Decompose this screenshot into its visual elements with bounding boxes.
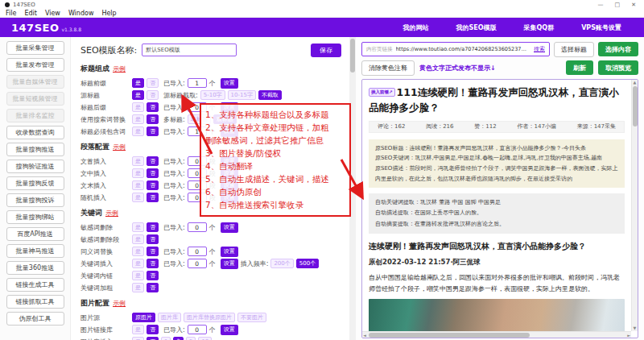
scroll-right-icon[interactable]: ► (627, 332, 630, 338)
pick-content-button[interactable]: 选择内容 (598, 42, 638, 56)
yes-toggle[interactable]: 是 (132, 271, 144, 280)
option-1[interactable]: 1 (161, 337, 171, 340)
option-freq-500[interactable]: 500个 (296, 259, 319, 268)
pick-title-button[interactable]: 选择标题 (554, 42, 594, 57)
sidebar-item-sogou-verify[interactable]: 搜狗验证推送 (6, 160, 64, 173)
yes-toggle[interactable]: 是 (132, 222, 144, 232)
sidebar-item-batch-publish[interactable]: 批量发布管理 (6, 58, 64, 72)
sidebar-item-sogou-feedback[interactable]: 批量搜狗反馈 (6, 176, 64, 190)
no-toggle[interactable]: 否 (147, 102, 159, 112)
yes-toggle[interactable]: 是 (132, 78, 144, 88)
settings-button[interactable]: 设置 (221, 78, 238, 89)
yes-toggle[interactable]: 是 (132, 325, 144, 334)
sidebar-item-shenma-push[interactable]: 批量神马推送 (6, 244, 64, 258)
sidebar-item-baidu-api[interactable]: 百度API推送 (6, 227, 64, 241)
cancel-preview-button[interactable]: 取消预览 (598, 60, 638, 75)
yes-toggle[interactable]: 是 (132, 180, 144, 190)
sidebar-item-link-generate[interactable]: 链接生成工具 (6, 278, 64, 292)
option-library-replace[interactable]: 图片库替换原图片 (184, 313, 235, 322)
sidebar-item-pseudo-original[interactable]: 伪原创工具 (6, 312, 64, 325)
yes-toggle[interactable]: 是 (132, 156, 144, 166)
yes-toggle[interactable]: 是 (132, 283, 144, 292)
count-input[interactable]: 0 (188, 222, 207, 232)
nav-qq-group[interactable]: 采集QQ群 (524, 23, 555, 32)
scroll-down-icon[interactable]: ▼ (632, 325, 638, 331)
yes-toggle[interactable]: 是 (132, 102, 144, 112)
no-toggle[interactable]: 否 (147, 325, 159, 334)
option-10-15[interactable]: 10-15字 (228, 90, 256, 100)
yes-toggle[interactable]: 是 (132, 114, 144, 124)
option-10[interactable]: 10 (198, 337, 212, 340)
scrollbar-thumb[interactable] (350, 39, 355, 73)
option-3[interactable]: 3 (173, 337, 183, 340)
settings-button[interactable]: 设置 (221, 259, 238, 269)
scrollbar-thumb[interactable] (369, 333, 530, 338)
template-name-input[interactable]: 默认SEO模版 (142, 44, 237, 56)
yes-toggle[interactable]: 是 (132, 168, 144, 178)
no-toggle[interactable]: 否 (147, 247, 159, 256)
search-link[interactable]: 搜索 (534, 45, 545, 53)
option-no-image[interactable]: 不要图片 (237, 313, 266, 322)
minimize-button[interactable]: — (598, 2, 604, 8)
preview-vertical-scrollbar[interactable]: ▲ ▼ (631, 80, 638, 331)
nav-my-sites[interactable]: 我的网站 (403, 23, 429, 32)
yes-toggle[interactable]: 是 (132, 337, 144, 340)
menu-file[interactable]: File (6, 10, 16, 17)
nav-vps-settings[interactable]: VPS账号设置 (581, 23, 621, 32)
example-link[interactable]: 示例 (113, 299, 126, 308)
option-image-library[interactable]: 图片库 (158, 313, 181, 322)
no-toggle[interactable]: 否 (147, 193, 159, 202)
settings-button[interactable]: 设置 (221, 222, 238, 233)
preview-horizontal-scrollbar[interactable]: ◄ ► (362, 331, 631, 338)
count-input[interactable]: 1 (188, 78, 207, 88)
sidebar-item-batch-video[interactable]: 批量短视频管理 (6, 92, 64, 106)
no-toggle[interactable]: 否 (147, 156, 159, 166)
content-url-bar[interactable]: 内容页链接 https://www.toutiao.com/a707420682… (361, 42, 550, 56)
example-link[interactable]: 示例 (113, 143, 126, 151)
settings-button[interactable]: 设置 (221, 325, 238, 335)
menu-help[interactable]: Help (101, 10, 116, 17)
sidebar-item-sogou-complaint[interactable]: 批量搜狗投诉 (6, 193, 64, 207)
insert-prefix-tag[interactable]: 插入前缀↗ (369, 88, 395, 97)
scroll-up-icon[interactable]: ▲ (632, 80, 638, 85)
count-input[interactable]: 0 (188, 325, 207, 334)
option-freq-200[interactable]: 200个 (270, 259, 293, 268)
yes-toggle[interactable]: 是 (132, 259, 144, 268)
no-toggle[interactable]: 否 (147, 283, 159, 292)
settings-button[interactable]: 设置 (221, 247, 238, 257)
yes-toggle[interactable]: 是 (132, 247, 144, 256)
no-toggle[interactable]: 否 (147, 78, 159, 88)
no-toggle[interactable]: 否 (147, 259, 159, 268)
example-link[interactable]: 示例 (105, 209, 118, 218)
clear-yellow-button[interactable]: 清除黄色注释 (361, 60, 415, 76)
no-toggle[interactable]: 否 (147, 234, 159, 244)
no-toggle[interactable]: 否 (147, 271, 159, 280)
menu-edit[interactable]: Edit (24, 10, 37, 17)
maximize-button[interactable]: □ (615, 2, 621, 8)
no-toggle[interactable]: 否 (147, 180, 159, 190)
option-5[interactable]: 5 (186, 337, 196, 340)
nav-my-seo-templates[interactable]: 我的SEO模版 (456, 23, 497, 32)
scrollbar-thumb[interactable] (633, 86, 638, 126)
option-5-10[interactable]: 5-10字 (200, 90, 225, 100)
no-toggle[interactable]: 否 (147, 222, 159, 232)
no-toggle[interactable]: 否 (147, 126, 159, 136)
sidebar-item-batch-media[interactable]: 批量自媒体管理 (6, 75, 64, 89)
close-button[interactable]: ✕ (631, 2, 636, 8)
option-original-image[interactable]: 原图片 (132, 313, 155, 322)
count-input[interactable]: 0 (188, 259, 207, 268)
save-button[interactable]: 保存 (311, 44, 341, 57)
count-input[interactable]: 0 (188, 247, 207, 256)
sidebar-item-index-query[interactable]: 收录数据查询 (6, 126, 64, 139)
no-toggle[interactable]: 否 (147, 168, 159, 178)
no-toggle[interactable]: 否 (147, 337, 159, 340)
refresh-button[interactable]: 刷新 (566, 60, 593, 75)
yes-toggle[interactable]: 是 (132, 234, 144, 244)
yes-toggle[interactable]: 是 (132, 193, 144, 202)
no-toggle[interactable]: 否 (147, 114, 159, 124)
sidebar-item-360-push[interactable]: 批量360推送 (6, 261, 64, 275)
menu-view[interactable]: View (45, 10, 60, 17)
no-toggle[interactable]: 否 (147, 90, 159, 100)
sidebar-item-batch-collect[interactable]: 批量采集管理 (6, 41, 64, 55)
scroll-left-icon[interactable]: ◄ (363, 332, 366, 338)
